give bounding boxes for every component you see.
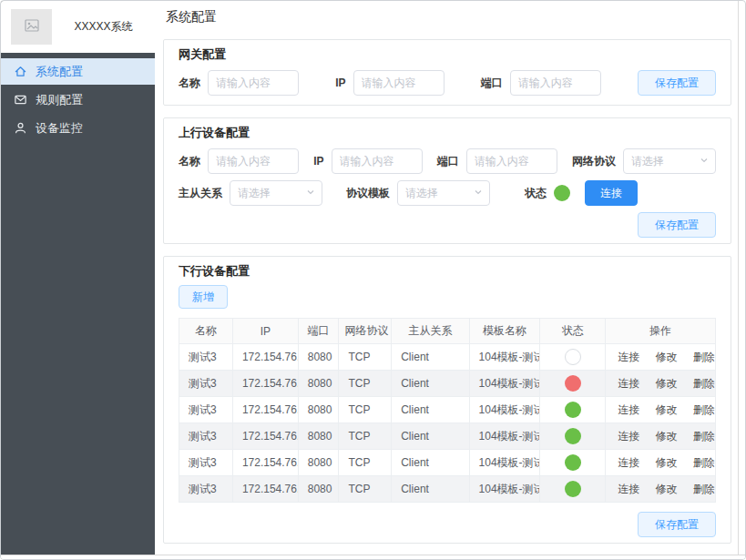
gateway-name-input[interactable] [208, 70, 299, 96]
table-row: 测试3 172.154.76.89 8080 TCP Client 104模板-… [179, 476, 716, 503]
downstream-save-button[interactable]: 保存配置 [638, 512, 716, 537]
delete-link[interactable]: 删除 [693, 430, 715, 443]
home-icon [14, 65, 27, 78]
modify-link[interactable]: 修改 [656, 377, 678, 390]
status-dot [565, 375, 581, 392]
modify-link[interactable]: 修改 [656, 430, 678, 443]
sidebar-nav: 系统配置 规则配置 设备监控 [1, 58, 155, 141]
section-title: 网关配置 [179, 48, 716, 61]
cell-port: 8080 [298, 344, 339, 371]
upstream-save-button[interactable]: 保存配置 [638, 212, 716, 238]
select-placeholder: 请选择 [238, 186, 271, 201]
field-label: 端口 [437, 154, 459, 169]
cell-actions: 连接 修改 删除 [606, 423, 716, 450]
field-label: IP [313, 155, 323, 168]
section-title: 下行设备配置 [179, 265, 716, 278]
upstream-name-input[interactable] [208, 148, 299, 174]
gateway-save-button[interactable]: 保存配置 [638, 70, 716, 96]
col-header-protocol: 网络协议 [339, 319, 392, 344]
table-row: 测试3 172.154.76.89 8080 TCP Client 104模板-… [179, 371, 716, 397]
connect-link[interactable]: 连接 [618, 483, 639, 495]
cell-actions: 连接 修改 删除 [606, 397, 716, 423]
add-device-button[interactable]: 新增 [179, 285, 228, 309]
cell-ip: 172.154.76.89 [232, 344, 298, 371]
upstream-template-select[interactable]: 请选择 [397, 180, 490, 206]
section-title: 上行设备配置 [179, 127, 716, 139]
cell-template: 104模板-测试1模板 [469, 397, 540, 423]
connect-link[interactable]: 连接 [618, 403, 639, 416]
field-label: IP [335, 76, 345, 89]
cell-status [540, 476, 606, 503]
gateway-ip-input[interactable] [353, 70, 445, 96]
cell-actions: 连接 修改 删除 [606, 450, 716, 476]
upstream-connect-button[interactable]: 连接 [585, 180, 638, 206]
col-header-template: 模板名称 [469, 319, 540, 344]
cell-actions: 连接 修改 删除 [606, 344, 716, 371]
cell-ip: 172.154.76.89 [232, 371, 298, 397]
cell-port: 8080 [298, 423, 339, 450]
cell-protocol: TCP [339, 476, 392, 503]
cell-role: Client [392, 397, 469, 423]
cell-template: 104模板-测试1模板 [469, 450, 540, 476]
cell-protocol: TCP [339, 423, 392, 450]
cell-name: 测试3 [179, 371, 233, 397]
modify-link[interactable]: 修改 [656, 403, 678, 416]
sidebar: XXXXX系统 系统配置 规则配置 设备监控 [1, 1, 155, 555]
modify-link[interactable]: 修改 [656, 483, 678, 495]
select-placeholder: 请选择 [405, 186, 438, 201]
field-label: 主从关系 [179, 186, 222, 201]
sidebar-item-label: 系统配置 [36, 64, 83, 80]
delete-link[interactable]: 删除 [693, 483, 715, 495]
cell-port: 8080 [298, 371, 339, 397]
col-header-ip: IP [232, 319, 298, 344]
field-label: 名称 [179, 154, 200, 169]
upstream-role-select[interactable]: 请选择 [230, 180, 322, 206]
table-row: 测试3 172.154.76.89 8080 TCP Client 104模板-… [179, 344, 716, 371]
connect-link[interactable]: 连接 [618, 430, 639, 443]
cell-port: 8080 [298, 450, 339, 476]
upstream-port-input[interactable] [466, 148, 557, 174]
sidebar-item-device-monitor[interactable]: 设备监控 [1, 115, 155, 141]
delete-link[interactable]: 删除 [693, 351, 715, 363]
upstream-protocol-select[interactable]: 请选择 [623, 148, 716, 174]
cell-port: 8080 [298, 476, 339, 503]
modify-link[interactable]: 修改 [656, 456, 678, 469]
cell-ip: 172.154.76.89 [232, 450, 298, 476]
modify-link[interactable]: 修改 [656, 351, 678, 363]
col-header-status: 状态 [540, 319, 606, 344]
cell-actions: 连接 修改 删除 [606, 371, 716, 397]
cell-actions: 连接 修改 删除 [606, 476, 716, 503]
upstream-ip-input[interactable] [332, 148, 423, 174]
connect-link[interactable]: 连接 [618, 351, 639, 363]
sidebar-item-label: 设备监控 [36, 120, 83, 137]
connect-link[interactable]: 连接 [618, 456, 639, 469]
table-row: 测试3 172.154.76.89 8080 TCP Client 104模板-… [179, 423, 716, 450]
cell-role: Client [392, 344, 469, 371]
cell-name: 测试3 [179, 476, 233, 503]
main-content: 系统配置 网关配置 名称 IP 端口 保存配置 [155, 1, 739, 555]
cell-port: 8080 [298, 397, 339, 423]
field-label: 端口 [481, 76, 503, 91]
connect-link[interactable]: 连接 [618, 377, 639, 390]
cell-protocol: TCP [339, 371, 392, 397]
device-table: 名称 IP 端口 网络协议 主从关系 模板名称 状态 操作 测试3 172.15… [179, 318, 716, 503]
sidebar-item-label: 规则配置 [36, 92, 83, 108]
table-header-row: 名称 IP 端口 网络协议 主从关系 模板名称 状态 操作 [179, 319, 716, 344]
delete-link[interactable]: 删除 [693, 456, 715, 469]
cell-template: 104模板-测试1模板 [469, 344, 540, 371]
cell-role: Client [392, 450, 469, 476]
gateway-port-input[interactable] [510, 70, 601, 96]
cell-name: 测试3 [179, 344, 233, 371]
status-dot [565, 481, 581, 497]
cell-protocol: TCP [339, 397, 392, 423]
cell-ip: 172.154.76.89 [232, 476, 298, 503]
cell-protocol: TCP [339, 450, 392, 476]
cell-status [540, 371, 606, 397]
delete-link[interactable]: 删除 [693, 403, 715, 416]
app-title: XXXXX系统 [52, 19, 155, 35]
chevron-down-icon [474, 187, 483, 199]
sidebar-item-system-config[interactable]: 系统配置 [1, 58, 155, 85]
select-placeholder: 请选择 [631, 154, 664, 169]
delete-link[interactable]: 删除 [693, 377, 715, 390]
sidebar-item-rule-config[interactable]: 规则配置 [1, 87, 155, 113]
